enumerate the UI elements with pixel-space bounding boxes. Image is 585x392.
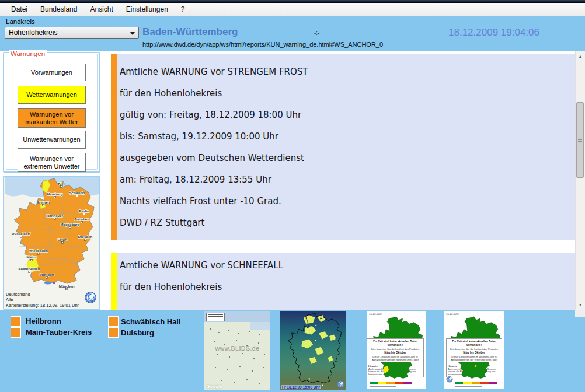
svg-text:Bremen: Bremen	[37, 200, 50, 204]
button-markantes-wetter[interactable]: Warnungen vor markantem Wetter	[18, 108, 86, 128]
dwd-logo-icon	[446, 376, 453, 383]
legend-label-main-tauber: Main-Tauber-Kreis	[26, 328, 92, 337]
alpine-violet-region	[53, 282, 55, 284]
warning-line: bis: Samstag, 19.12.2009 10:00 Uhr	[120, 126, 573, 148]
map-caption-country: Deutschland	[6, 292, 79, 298]
scrollbar-down-arrow[interactable]: ▼	[576, 300, 585, 310]
svg-text:Hannover: Hannover	[47, 214, 64, 218]
notice-scale-caption	[370, 386, 396, 387]
scrollbar-up-arrow[interactable]: ▲	[576, 51, 585, 61]
thumbnail-product-notice-1[interactable]: 31.10.2007 Zur Zeit sind keine aktuellen…	[367, 311, 426, 389]
warnings-panel: Warnungen Vorwarnungen Wetterwarnungen W…	[3, 52, 100, 173]
warnings-group-label: Warnungen	[9, 50, 47, 57]
svg-text:Mainz: Mainz	[27, 255, 37, 259]
warning-line: Amtliche WARNUNG vor STRENGEM FROST	[120, 61, 573, 83]
report-url: http://www.dwd.de/dyn/app/ws/html/report…	[142, 41, 383, 48]
vertical-scrollbar[interactable]: ▲ ▼	[575, 51, 585, 310]
lake-constance	[44, 282, 52, 285]
content-area: Warnungen Vorwarnungen Wetterwarnungen W…	[0, 51, 585, 310]
button-wetterwarnungen[interactable]: Wetterwarnungen	[18, 86, 86, 104]
svg-text:Potsdam: Potsdam	[74, 217, 89, 221]
warning-line: Amtliche WARNUNG vor SCHNEEFALL	[120, 255, 573, 276]
warning-line: DWD / RZ Stuttgart	[120, 212, 573, 234]
warning-line: gültig von: Freitag, 18.12.2009 18:00 Uh…	[120, 104, 573, 126]
legend-swatch-orange	[108, 327, 119, 338]
map-caption: Deutschland Alle Kartenerstellung: 18.12…	[6, 292, 79, 309]
blids-sea-area	[250, 322, 270, 330]
warning-frost-block: Amtliche WARNUNG vor STRENGEM FROST für …	[111, 54, 575, 240]
landkreis-label: Landkreis	[6, 18, 35, 25]
svg-text:Kiel: Kiel	[58, 181, 64, 186]
radar-precipitation-blobs	[301, 315, 335, 364]
scrollbar-grip	[578, 138, 582, 142]
notice-title: Zur Zeit sind keine aktuellen Daten vorh…	[368, 340, 422, 346]
menu-datei[interactable]: Datei	[5, 3, 34, 16]
svg-text:Stuttgart: Stuttgart	[39, 272, 54, 276]
menu-einstellungen[interactable]: Einstellungen	[120, 3, 175, 16]
header-separator: -:-	[314, 30, 319, 36]
svg-text:Schwerin: Schwerin	[69, 191, 85, 195]
legend-label-duisburg: Duisburg	[121, 328, 154, 337]
blids-city-dots	[210, 328, 211, 330]
notice-map-south	[367, 362, 426, 380]
warning-line: für den Hohenlohekreis	[120, 83, 573, 104]
warning-line: am: Freitag, 18.12.2009 13:55 Uhr	[120, 169, 573, 191]
warning-severity-bar-orange	[111, 54, 117, 240]
menu-bundesland[interactable]: Bundesland	[34, 3, 83, 16]
button-vorwarnungen[interactable]: Vorwarnungen	[18, 64, 86, 81]
notice-scale-caption	[455, 386, 482, 387]
notice-map-south	[444, 362, 504, 380]
notice-map-north	[444, 316, 504, 338]
svg-text:Düsseldorf: Düsseldorf	[12, 232, 31, 236]
thumbnail-blids-lightning-map[interactable]: www.BLIDS.de Google	[204, 311, 270, 390]
svg-text:Berlin: Berlin	[79, 209, 89, 213]
dropdown-arrow-icon[interactable]	[130, 32, 135, 35]
svg-text:Saarbrücken: Saarbrücken	[19, 267, 40, 271]
warning-line: ausgegeben vom Deutschen Wetterdienst	[120, 148, 573, 169]
header-timestamp: 18.12.2009 19:04:06	[448, 27, 539, 38]
warning-line: Nachts vielfach Frost unter -10 Grad.	[120, 191, 573, 212]
button-extremes-unwetter[interactable]: Warnungen vor extremem Unwetter	[18, 153, 86, 172]
thumbnail-radar-map[interactable]: Fr 18.12.09 15:00 Uhr	[280, 311, 346, 390]
menu-help[interactable]: ?	[175, 3, 191, 16]
map-caption-scope: Alle	[6, 297, 79, 303]
svg-text:München: München	[59, 284, 75, 288]
scrollbar-thumb[interactable]	[576, 102, 584, 178]
menu-ansicht[interactable]: Ansicht	[83, 3, 119, 16]
warning-severity-bar-yellow	[111, 253, 117, 310]
map-caption-created: Kartenerstellung: 18.12.09, 19:01 Uhr	[6, 303, 79, 309]
svg-text:Erfurt: Erfurt	[58, 237, 68, 242]
germany-warning-map[interactable]: Kiel Hamburg Schwerin Bremen Hannover Be…	[5, 177, 99, 291]
notice-period: März bis Oktober	[448, 351, 500, 355]
notice-map-north	[367, 316, 426, 338]
header-band: Landkreis Hohenlohekreis Baden-Württembe…	[0, 16, 585, 51]
blids-map-brand: Google	[206, 384, 222, 389]
menu-bar: Datei Bundesland Ansicht Einstellungen ?	[0, 3, 585, 16]
legend-label-heilbronn: Heilbronn	[26, 317, 61, 326]
dwd-logo-icon	[337, 380, 344, 388]
notice-line: Bitte beachten Sie die Laufzeit des Prod…	[368, 348, 422, 351]
notice-title: Zur Zeit sind keine aktuellen Daten vorh…	[448, 340, 500, 346]
blids-watermark: www.BLIDS.de	[204, 345, 270, 352]
svg-text:Magdeburg: Magdeburg	[61, 222, 80, 226]
legend-label-schwaebisch-hall: Schwäbisch Hall	[121, 317, 181, 326]
landkreis-selected-value: Hohenlohekreis	[9, 29, 57, 37]
svg-text:Hamburg: Hamburg	[47, 192, 63, 196]
notice-color-scale	[370, 382, 412, 384]
legend-swatch-orange	[11, 316, 21, 327]
landkreis-dropdown[interactable]: Hohenlohekreis	[5, 27, 139, 39]
button-unwetterwarnungen[interactable]: Unwetterwarnungen	[18, 131, 86, 149]
thumbnail-product-notice-2[interactable]: 31.10.2007 Zur Zeit sind keine aktuellen…	[444, 311, 504, 389]
region-title: Baden-Württemberg	[142, 26, 238, 38]
dwd-logo-icon	[84, 291, 97, 304]
warning-schneefall-block: Amtliche WARNUNG vor SCHNEEFALL für den …	[111, 253, 575, 310]
scrollbar-corner	[575, 310, 585, 317]
notice-line: Bitte beachten Sie die Laufzeit des Prod…	[448, 348, 500, 351]
notice-yellow-region	[475, 365, 477, 367]
warning-line: für den Hohenlohekreis	[120, 276, 573, 298]
radar-timestamp: Fr 18.12.09 15:00 Uhr	[281, 385, 321, 389]
bottom-band: Heilbronn Main-Tauber-Kreis Schwäbisch H…	[0, 310, 585, 392]
legend-swatch-orange	[108, 316, 119, 327]
svg-text:Dresden: Dresden	[78, 235, 93, 239]
svg-text:Wiesbaden: Wiesbaden	[29, 249, 48, 253]
